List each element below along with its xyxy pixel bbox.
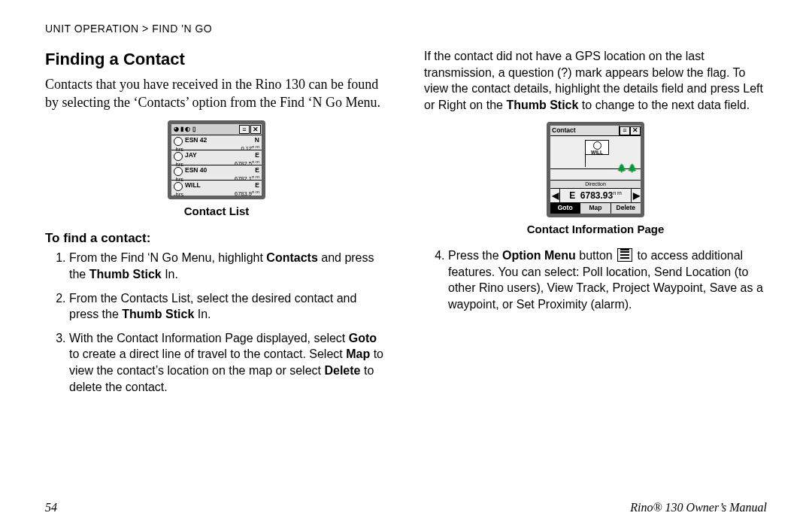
contact-list-row: WILL-hrsE6783.9n m bbox=[171, 181, 262, 196]
step-4: Press the Option Menu button to access a… bbox=[448, 247, 767, 312]
right-column: If the contact did not have a GPS locati… bbox=[424, 48, 767, 402]
menu-icon: ≡ bbox=[620, 126, 630, 135]
contact-list-row: ESN 42-hrsN0.12n m bbox=[171, 135, 262, 150]
tree-icon: 🌲 bbox=[627, 162, 638, 174]
left-column: Finding a Contact Contacts that you have… bbox=[45, 48, 388, 402]
close-icon: ✕ bbox=[250, 125, 261, 134]
contact-flag: WILL bbox=[585, 140, 609, 155]
procedure-heading: To find a contact: bbox=[45, 230, 388, 247]
left-arrow-icon: ◀ bbox=[550, 189, 560, 202]
figure-caption-right: Contact Information Page bbox=[424, 222, 767, 237]
breadcrumb: UNIT OPERATION > FIND 'N GO bbox=[45, 23, 767, 35]
step-list-continued: Press the Option Menu button to access a… bbox=[432, 247, 767, 312]
contact-info-screenshot: Contact ≡ ✕ WILL 🌲 🌲 Direction ◀ E bbox=[547, 122, 644, 217]
device-title: Contact bbox=[550, 126, 620, 135]
step-1: From the Find ‘N Go Menu, highlight Cont… bbox=[69, 250, 388, 282]
step-list: From the Find ‘N Go Menu, highlight Cont… bbox=[53, 250, 388, 395]
page-number: 54 bbox=[45, 501, 57, 514]
device-button-delete: Delete bbox=[611, 203, 641, 214]
direction-value: E 6783.93n m bbox=[560, 190, 631, 202]
device-button-goto: Goto bbox=[550, 203, 580, 214]
direction-label: Direction bbox=[550, 181, 641, 187]
contact-list-row: JAY-hrsE6782.5n m bbox=[171, 150, 262, 165]
step-2: From the Contacts List, select the desir… bbox=[69, 290, 388, 323]
manual-title: Rino® 130 Owner’s Manual bbox=[630, 501, 767, 514]
right-top-paragraph: If the contact did not have a GPS locati… bbox=[424, 48, 767, 113]
device-statusbar: ◕ ▮ ◐ ▯ bbox=[172, 126, 238, 134]
intro-paragraph: Contacts that you have received in the R… bbox=[45, 75, 388, 112]
tree-icon: 🌲 bbox=[617, 162, 627, 174]
step-3: With the Contact Information Page displa… bbox=[69, 330, 388, 395]
option-menu-icon bbox=[617, 248, 632, 262]
contact-list-screenshot: ◕ ▮ ◐ ▯ ≡ ✕ ESN 42-hrsN0.12n mJAY-hrsE67… bbox=[168, 120, 265, 199]
right-arrow-icon: ▶ bbox=[631, 189, 641, 202]
device-button-map: Map bbox=[580, 203, 611, 214]
page-title: Finding a Contact bbox=[45, 48, 388, 71]
close-icon: ✕ bbox=[630, 126, 641, 135]
menu-icon: ≡ bbox=[239, 125, 250, 134]
figure-caption-left: Contact List bbox=[45, 204, 388, 219]
contact-list-row: ESN 40-hrsE6782.1n m bbox=[171, 165, 262, 181]
